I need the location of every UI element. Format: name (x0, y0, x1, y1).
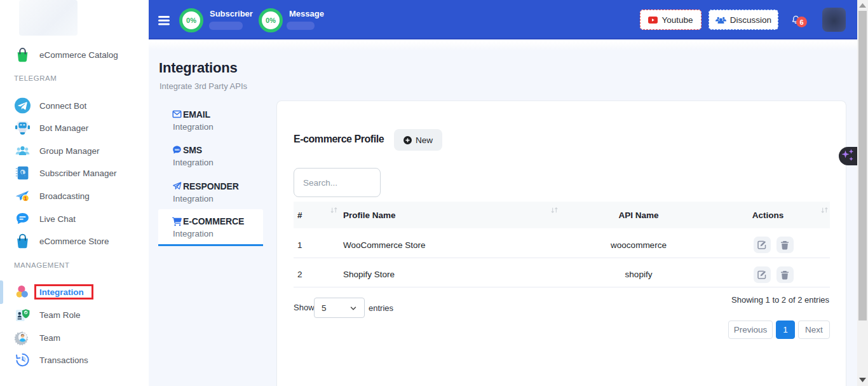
svg-text:SMS: SMS (175, 149, 180, 151)
svg-text:1: 1 (24, 195, 27, 202)
